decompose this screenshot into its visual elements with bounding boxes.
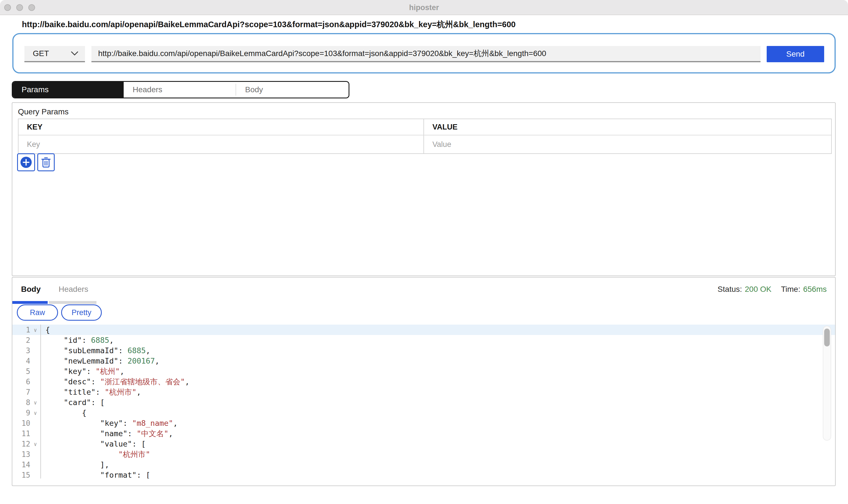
pretty-view-button[interactable]: Pretty <box>61 304 102 321</box>
line-number: 14 <box>22 461 30 469</box>
code-line: 12∨ "value": [ <box>12 439 835 449</box>
gutter-cell: 6 <box>12 376 41 387</box>
code-text: "id": 6885, <box>41 336 114 344</box>
gutter-cell: 5 <box>12 366 41 376</box>
code-text: "key": "m8_name", <box>41 419 177 428</box>
gutter-cell: 4 <box>12 356 41 366</box>
code-line: 3 "subLemmaId": 6885, <box>12 345 835 356</box>
code-text: "key": "杭州", <box>41 366 124 376</box>
code-text: "name": "中文名", <box>41 429 173 439</box>
response-tab-headers[interactable]: Headers <box>59 285 88 294</box>
code-line: 6 "desc": "浙江省辖地级市、省会", <box>12 376 835 387</box>
trash-icon <box>41 157 51 168</box>
gutter-cell: 2 <box>12 335 41 345</box>
gutter-cell: 1∨ <box>12 325 41 335</box>
line-number: 4 <box>26 357 30 365</box>
send-button[interactable]: Send <box>767 46 824 62</box>
status-value: 200 OK <box>745 285 772 294</box>
url-input[interactable] <box>91 46 760 62</box>
response-code: 1∨{2 "id": 6885,3 "subLemmaId": 6885,4 "… <box>12 325 835 479</box>
gutter-cell: 13 <box>12 449 41 460</box>
gutter-cell: 3 <box>12 345 41 356</box>
table-row <box>18 136 831 153</box>
scrollbar-track[interactable] <box>823 326 831 440</box>
code-line: 10 "key": "m8_name", <box>12 418 835 428</box>
code-line: 2 "id": 6885, <box>12 335 835 345</box>
line-number: 1 <box>26 326 30 334</box>
code-text: "杭州市" <box>41 449 150 460</box>
window-titlebar: hiposter <box>0 0 848 15</box>
chevron-down-icon <box>71 51 78 56</box>
query-params-panel: Query Params KEY VALUE <box>12 102 836 276</box>
value-cell <box>424 136 830 153</box>
query-params-table: KEY VALUE <box>18 119 832 154</box>
code-line: 4 "newLemmaId": 200167, <box>12 356 835 366</box>
code-text: ], <box>41 460 109 469</box>
time-value: 656ms <box>803 285 827 294</box>
request-url-heading: http://baike.baidu.com/api/openapi/Baike… <box>22 19 516 30</box>
code-line: 5 "key": "杭州", <box>12 366 835 376</box>
gutter-cell: 10 <box>12 418 41 428</box>
param-value-input[interactable] <box>424 136 830 153</box>
line-number: 15 <box>22 471 30 479</box>
gutter-cell: 15 <box>12 470 41 479</box>
response-panel: Body Headers Status: 200 OK Time: 656ms … <box>12 277 836 486</box>
window-title: hiposter <box>0 3 848 12</box>
request-tabs: Params Headers Body <box>12 81 349 98</box>
table-header-row: KEY VALUE <box>18 119 831 136</box>
column-header-value: VALUE <box>424 119 830 135</box>
line-number: 12 <box>22 440 30 448</box>
code-line: 8∨ "card": [ <box>12 397 835 408</box>
active-tab-underline <box>12 301 48 304</box>
code-line: 9∨ { <box>12 408 835 418</box>
code-text: "card": [ <box>41 398 105 407</box>
key-cell <box>18 136 424 153</box>
line-number: 3 <box>26 346 30 355</box>
code-text: "format": [ <box>41 471 150 479</box>
scrollbar-thumb[interactable] <box>824 328 830 346</box>
collapse-chevron-icon[interactable]: ∨ <box>30 410 40 416</box>
param-key-input[interactable] <box>18 136 423 153</box>
tab-params[interactable]: Params <box>13 82 124 97</box>
line-number: 11 <box>22 429 30 438</box>
method-select[interactable]: GET <box>24 46 85 62</box>
code-text: "newLemmaId": 200167, <box>41 357 159 365</box>
gutter-cell: 12∨ <box>12 439 41 449</box>
status-label: Status: <box>718 285 742 294</box>
gutter-cell: 7 <box>12 387 41 397</box>
request-bar: GET Send <box>12 33 836 73</box>
delete-param-button[interactable] <box>37 153 55 171</box>
tab-headers[interactable]: Headers <box>124 82 235 97</box>
query-params-title: Query Params <box>18 107 69 116</box>
tab-underline-track <box>49 301 96 304</box>
code-line: 13 "杭州市" <box>12 449 835 460</box>
column-header-key: KEY <box>18 119 424 135</box>
code-text: "desc": "浙江省辖地级市、省会", <box>41 377 190 387</box>
code-line: 1∨{ <box>12 325 835 335</box>
collapse-chevron-icon[interactable]: ∨ <box>30 327 40 333</box>
gutter-cell: 14 <box>12 460 41 470</box>
collapse-chevron-icon[interactable]: ∨ <box>30 399 40 406</box>
gutter-cell: 9∨ <box>12 408 41 418</box>
add-param-button[interactable] <box>17 153 35 171</box>
code-line: 14 ], <box>12 460 835 470</box>
code-line: 7 "title": "杭州市", <box>12 387 835 397</box>
code-text: "subLemmaId": 6885, <box>41 346 150 355</box>
response-tab-body[interactable]: Body <box>21 285 41 294</box>
plus-circle-icon <box>20 157 32 168</box>
code-text: { <box>41 409 86 417</box>
code-text: "title": "杭州市", <box>41 387 141 397</box>
line-number: 9 <box>26 409 30 417</box>
code-text: { <box>41 325 50 334</box>
line-number: 2 <box>26 336 30 344</box>
status-bar: Status: 200 OK Time: 656ms <box>718 285 827 294</box>
line-number: 5 <box>26 367 30 376</box>
line-number: 8 <box>26 398 30 407</box>
raw-view-button[interactable]: Raw <box>17 304 58 321</box>
time-label: Time: <box>781 285 800 294</box>
line-number: 6 <box>26 378 30 386</box>
line-number: 13 <box>22 450 30 458</box>
tab-body[interactable]: Body <box>236 82 349 97</box>
code-line: 11 "name": "中文名", <box>12 428 835 439</box>
collapse-chevron-icon[interactable]: ∨ <box>30 441 40 447</box>
